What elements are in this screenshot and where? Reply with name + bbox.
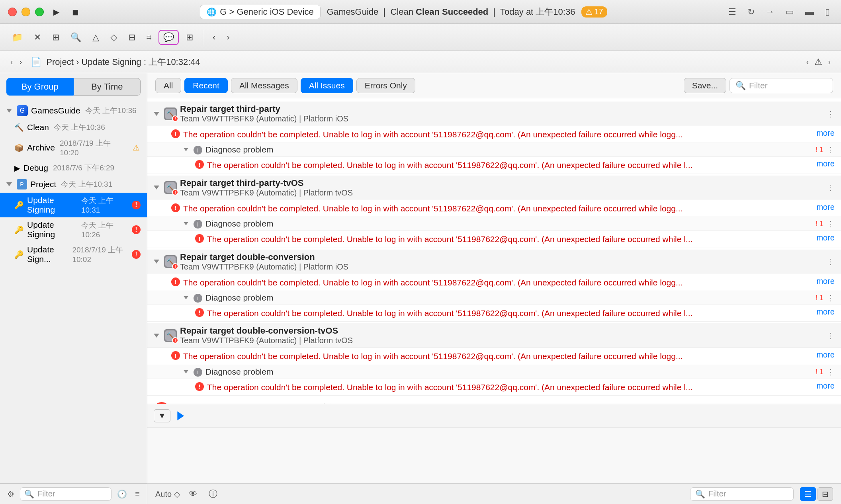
chat-icon-button[interactable]: 💬 [158,30,179,45]
filter-right-input[interactable]: 🔍 Filter [690,487,794,501]
forward-icon-button[interactable]: → [763,5,778,19]
fullscreen-button[interactable] [35,8,44,16]
expand-button[interactable]: ▼ [154,409,170,422]
more-link-2-d1[interactable]: more [816,233,835,242]
subsection1-menu-icon[interactable]: ⋮ [827,145,835,154]
log-entry-4-1[interactable]: ! The operation couldn't be completed. U… [147,348,841,365]
tag-icon-button[interactable]: ⌗ [143,30,155,45]
table-icon-button[interactable]: ⊟ [124,30,139,45]
traffic-lights [8,8,44,16]
log-subsection-2-1[interactable]: i Diagnose problem ! 1 ⋮ [147,217,841,231]
sidebar-item-debug[interactable]: ▶ Debug 2018/7/6 下午6:29 [0,160,147,176]
layout2-icon-button[interactable]: ▬ [802,5,817,19]
log-entry-text-1-1: The operation couldn't be completed. Una… [183,129,813,140]
sidebar-item-updatesigning2[interactable]: 🔑 Update Signing 今天 上午10:26 ! [0,217,147,242]
sidebar-filter-input[interactable]: 🔍 Filter [20,487,111,501]
by-time-toggle[interactable]: By Time [74,78,141,96]
search-icon-button[interactable]: 🔍 [66,30,85,45]
breadcrumb-back-button[interactable]: ‹ [804,57,812,67]
sidebar-clock-button[interactable]: 🕐 [115,488,129,500]
auto-select[interactable]: Auto ◇ [155,489,180,499]
grid-icon-button[interactable]: ⊞ [48,30,63,45]
log-section-4-header[interactable]: 🔨 ! Repair target double-conversion-tvOS… [147,323,841,348]
log-section-2-header[interactable]: 🔨 ! Repair target third-party-tvOS Team … [147,176,841,200]
sidebar-item-project[interactable]: P Project 今天 上午10:31 [0,176,147,193]
eye-button[interactable]: 👁 [186,488,200,500]
section4-error-overlay: ! [172,337,178,344]
warning-badge[interactable]: ⚠ 17 [581,6,607,18]
view-split-button[interactable]: ⊟ [818,487,833,501]
play-button[interactable]: ▶ [50,6,63,18]
subsection1-info-icon: i [194,146,202,154]
info-button[interactable]: ⓘ [206,487,220,501]
sidebar-item-updatesigning3[interactable]: 🔑 Update Sign... 2018/7/19 上午10:02 ! [0,242,147,267]
log-entry-2-diag-1[interactable]: ! The operation couldn't be completed. U… [147,231,841,248]
diamond-icon-button[interactable]: ◇ [106,30,121,45]
scheme-selector[interactable]: 🌐 G > Generic iOS Device [200,5,320,19]
log-entry-3-1[interactable]: ! The operation couldn't be completed. U… [147,274,841,291]
log-section-1-header[interactable]: 🔨 ! Repair target third-party Team V9WTT… [147,102,841,126]
warning-icon-button[interactable]: △ [88,30,103,45]
sidebar-item-archive[interactable]: 📦 Archive 2018/7/19 上午10:20 ⚠ [0,135,147,160]
project-icon: P [17,179,27,189]
layout3-icon-button[interactable]: ▯ [822,5,833,19]
save-button[interactable]: Save... [684,78,726,93]
refresh-icon-button[interactable]: ↻ [744,5,758,19]
section4-menu-icon[interactable]: ⋮ [827,331,835,340]
chevron-left-icon-button[interactable]: ‹ [209,30,219,45]
tab-all-issues[interactable]: All Issues [301,78,353,93]
key1-icon: 🔑 [14,201,24,210]
log-subsection-4-1[interactable]: i Diagnose problem ! 1 ⋮ [147,365,841,379]
sidebar-list-button[interactable]: ≡ [133,488,142,500]
nav-back-button[interactable]: ‹ [8,57,16,67]
tab-all[interactable]: All [155,78,181,93]
filter-input[interactable]: 🔍 Filter [730,78,833,93]
chevron-right-icon-button[interactable]: › [223,30,233,45]
section1-menu-icon[interactable]: ⋮ [827,109,835,119]
log-entry-2-1[interactable]: ! The operation couldn't be completed. U… [147,200,841,217]
log-subsection-3-1[interactable]: i Diagnose problem ! 1 ⋮ [147,291,841,305]
lines-icon-button[interactable]: ☰ [725,5,739,19]
section2-menu-icon[interactable]: ⋮ [827,183,835,192]
layout1-icon-button[interactable]: ▭ [782,5,797,19]
minimize-button[interactable] [22,8,30,16]
sidebar-item-clean[interactable]: 🔨 Clean 今天 上午10:36 [0,119,147,135]
by-group-toggle[interactable]: By Group [6,78,74,96]
tab-recent[interactable]: Recent [184,78,228,93]
more-link-1-d1[interactable]: more [816,159,835,168]
section3-menu-icon[interactable]: ⋮ [827,257,835,266]
sidebar-item-updatesigning1[interactable]: 🔑 Update Signing 今天 上午10:31 ! [0,193,147,217]
subsection3-menu-icon[interactable]: ⋮ [827,293,835,303]
folder-icon-button[interactable]: 📁 [8,30,27,45]
sidebar-item-gamesguide[interactable]: G GamesGuide 今天 上午10:36 [0,102,147,119]
section2-icon: 🔨 ! [164,181,177,194]
subsection1-title: Diagnose problem [205,145,812,154]
document-icon: 📄 [31,57,41,67]
more-link-4-d1[interactable]: more [816,381,835,391]
nav-forward-button[interactable]: › [17,57,25,67]
subsection4-menu-icon[interactable]: ⋮ [827,367,835,377]
subsection2-menu-icon[interactable]: ⋮ [827,219,835,229]
grid2-icon-button[interactable]: ⊞ [182,30,197,45]
log-entry-4-diag-1[interactable]: ! The operation couldn't be completed. U… [147,379,841,396]
log-entry-3-diag-1[interactable]: ! The operation couldn't be completed. U… [147,305,841,322]
bottom-bar: ▼ [147,404,841,428]
stop-button[interactable]: ◼ [69,6,82,18]
run-icon[interactable] [175,410,186,422]
more-link-3-d1[interactable]: more [816,307,835,316]
x-icon-button[interactable]: ✕ [30,30,45,45]
tab-all-messages[interactable]: All Messages [231,78,297,93]
close-button[interactable] [8,8,17,16]
log-subsection-1-1[interactable]: i Diagnose problem ! 1 ⋮ [147,143,841,157]
sidebar-gear-button[interactable]: ⚙ [5,488,17,500]
more-link-1-1[interactable]: more [816,129,835,138]
log-entry-1-diag-1[interactable]: ! The operation couldn't be completed. U… [147,157,841,174]
log-entry-1-1[interactable]: ! The operation couldn't be completed. U… [147,126,841,143]
more-link-3-1[interactable]: more [816,277,835,286]
log-section-3-header[interactable]: 🔨 ! Repair target double-conversion Team… [147,250,841,274]
more-link-2-1[interactable]: more [816,203,835,212]
breadcrumb-forward-button[interactable]: › [825,57,833,67]
view-list-button[interactable]: ☰ [800,487,816,501]
more-link-4-1[interactable]: more [816,350,835,359]
tab-errors-only[interactable]: Errors Only [356,78,415,93]
